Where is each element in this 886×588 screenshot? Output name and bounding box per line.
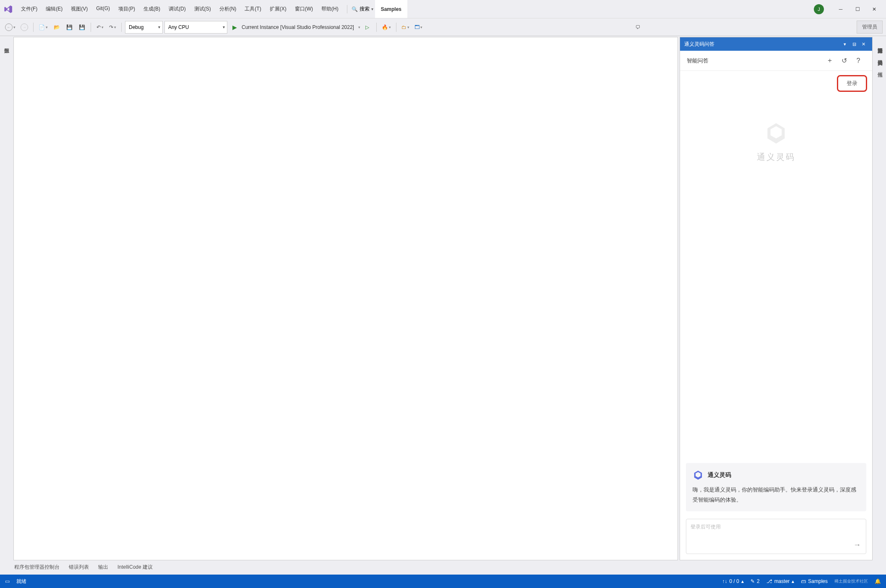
- menu-project[interactable]: 项目(P): [114, 3, 139, 15]
- start-without-debug-button[interactable]: ▷: [362, 21, 373, 33]
- panel-body: 通义灵码: [680, 96, 872, 459]
- menu-edit[interactable]: 编辑(E): [42, 3, 67, 15]
- chevron-down-icon: ▾: [371, 7, 373, 11]
- separator: [347, 5, 347, 13]
- editor-area: [13, 37, 678, 560]
- tab-data-sources[interactable]: 数据源: [2, 39, 11, 48]
- tab-error-list[interactable]: 错误列表: [67, 561, 91, 575]
- solution-name-tab[interactable]: Samples: [375, 0, 407, 18]
- tongyi-watermark: 通义灵码: [757, 151, 795, 163]
- menu-tools[interactable]: 工具(T): [240, 3, 265, 15]
- search-box[interactable]: 🔍 搜索 ▾: [352, 5, 373, 13]
- panel-title: 通义灵码问答: [684, 41, 840, 48]
- menu-analyze[interactable]: 分析(N): [215, 3, 241, 15]
- menu-view[interactable]: 视图(V): [67, 3, 92, 15]
- maximize-button[interactable]: ☐: [849, 3, 866, 15]
- save-all-button[interactable]: 💾: [76, 21, 87, 33]
- open-file-button[interactable]: 📂: [51, 21, 62, 33]
- pencil-icon: ✎: [750, 578, 755, 584]
- card-body-text: 嗨，我是通义灵码，你的智能编码助手。快来登录通义灵码，深度感受智能编码的体验。: [693, 485, 860, 505]
- card-title: 通义灵码: [708, 471, 731, 479]
- branch-icon: ⎇: [766, 578, 772, 584]
- search-icon: 🔍: [352, 6, 358, 12]
- menu-debug[interactable]: 调试(D): [164, 3, 190, 15]
- send-icon[interactable]: →: [853, 541, 861, 549]
- tab-properties[interactable]: 属性: [875, 63, 885, 73]
- find-in-files-button[interactable]: 🗔▾: [413, 21, 424, 33]
- new-chat-icon[interactable]: ＋: [823, 56, 837, 65]
- tab-intellicode[interactable]: IntelliCode 建议: [116, 561, 154, 575]
- panel-sub-header: 智能问答 ＋ ↺ ?: [680, 51, 872, 71]
- panel-dropdown-icon[interactable]: ▾: [840, 42, 850, 47]
- vs-logo-icon: [3, 4, 13, 14]
- admin-badge: 管理员: [857, 21, 883, 34]
- user-avatar[interactable]: J: [814, 4, 824, 14]
- history-icon[interactable]: ↺: [837, 57, 851, 65]
- arrows-icon: ↑↓: [722, 578, 727, 584]
- chat-input[interactable]: 登录后可使用 →: [686, 519, 866, 554]
- panel-subtitle: 智能问答: [687, 57, 823, 65]
- watermark-text: 稀土掘金技术社区: [834, 578, 868, 584]
- status-ready: 就绪: [16, 578, 26, 585]
- nav-forward-button[interactable]: →: [19, 21, 30, 33]
- bottom-tool-tabs: 程序包管理器控制台 错误列表 输出 IntelliCode 建议: [0, 561, 886, 575]
- menu-test[interactable]: 测试(S): [190, 3, 215, 15]
- start-debug-button[interactable]: ▶: [229, 21, 240, 33]
- tab-solution-explorer[interactable]: 解决方案资源管理器: [875, 39, 885, 48]
- right-sidebar: 解决方案资源管理器 通义灵码问答 属性: [873, 36, 886, 561]
- output-window-icon[interactable]: ▭: [5, 578, 10, 584]
- close-button[interactable]: ✕: [866, 3, 883, 15]
- tongyi-panel: 通义灵码问答 ▾ ⊟ ✕ 智能问答 ＋ ↺ ? 登录 通义灵码 通义灵码 嗨，我…: [680, 37, 873, 560]
- status-branch[interactable]: ⎇master▴: [766, 578, 795, 584]
- minimize-button[interactable]: ─: [832, 3, 849, 15]
- undo-button[interactable]: ↶▾: [94, 21, 105, 33]
- login-button[interactable]: 登录: [837, 75, 867, 92]
- left-sidebar: 数据源: [0, 36, 13, 561]
- save-button[interactable]: 💾: [64, 21, 75, 33]
- title-bar: 文件(F) 编辑(E) 视图(V) Git(G) 项目(P) 生成(B) 调试(…: [0, 0, 886, 18]
- chat-input-placeholder: 登录后可使用: [691, 524, 721, 530]
- main-area: 数据源 通义灵码问答 ▾ ⊟ ✕ 智能问答 ＋ ↺ ? 登录 通义灵码 通义灵码: [0, 36, 886, 561]
- status-bar: ▭ 就绪 ↑↓0 / 0▴ ✎2 ⎇master▴ 🗃Samples 稀土掘金技…: [0, 575, 886, 588]
- solution-config-select[interactable]: Debug: [125, 21, 163, 34]
- solution-platform-select[interactable]: Any CPU: [164, 21, 227, 34]
- status-repo[interactable]: 🗃Samples: [801, 578, 828, 584]
- tab-output[interactable]: 输出: [96, 561, 110, 575]
- tongyi-mini-logo-icon: [693, 470, 704, 481]
- debug-target-dropdown-icon[interactable]: ▾: [358, 25, 360, 29]
- search-label: 搜索: [360, 5, 370, 13]
- welcome-card: 通义灵码 嗨，我是通义灵码，你的智能编码助手。快来登录通义灵码，深度感受智能编码…: [686, 463, 866, 511]
- tongyi-logo-icon: [764, 121, 788, 146]
- tab-package-console[interactable]: 程序包管理器控制台: [13, 561, 61, 575]
- debug-target-label[interactable]: Current Instance [Visual Studio Professi…: [242, 24, 356, 30]
- panel-header[interactable]: 通义灵码问答 ▾ ⊟ ✕: [680, 37, 872, 51]
- status-changes[interactable]: ✎2: [750, 578, 760, 584]
- menu-extensions[interactable]: 扩展(X): [266, 3, 291, 15]
- standard-toolbar: ←▾ → 📄▾ 📂 💾 💾 ↶▾ ↷▾ Debug Any CPU ▶ Curr…: [0, 18, 886, 36]
- help-icon[interactable]: ?: [851, 57, 865, 65]
- browse-button[interactable]: 🗀▾: [400, 21, 411, 33]
- main-menu: 文件(F) 编辑(E) 视图(V) Git(G) 项目(P) 生成(B) 调试(…: [17, 3, 343, 15]
- panel-pin-icon[interactable]: ⊟: [850, 42, 859, 47]
- menu-git[interactable]: Git(G): [92, 3, 114, 15]
- hot-reload-button[interactable]: 🔥▾: [380, 21, 393, 33]
- repo-icon: 🗃: [801, 578, 806, 584]
- status-errors[interactable]: ↑↓0 / 0▴: [722, 578, 744, 584]
- menu-window[interactable]: 窗口(W): [291, 3, 317, 15]
- tab-tongyi[interactable]: 通义灵码问答: [875, 51, 885, 60]
- new-project-button[interactable]: 📄▾: [37, 21, 50, 33]
- nav-back-button[interactable]: ←▾: [3, 21, 17, 33]
- notifications-icon[interactable]: 🔔: [875, 578, 881, 584]
- panel-close-icon[interactable]: ✕: [859, 42, 868, 47]
- menu-file[interactable]: 文件(F): [17, 3, 42, 15]
- menu-help[interactable]: 帮助(H): [317, 3, 343, 15]
- feedback-icon[interactable]: 🗩: [636, 24, 641, 30]
- menu-build[interactable]: 生成(B): [139, 3, 164, 15]
- redo-button[interactable]: ↷▾: [107, 21, 118, 33]
